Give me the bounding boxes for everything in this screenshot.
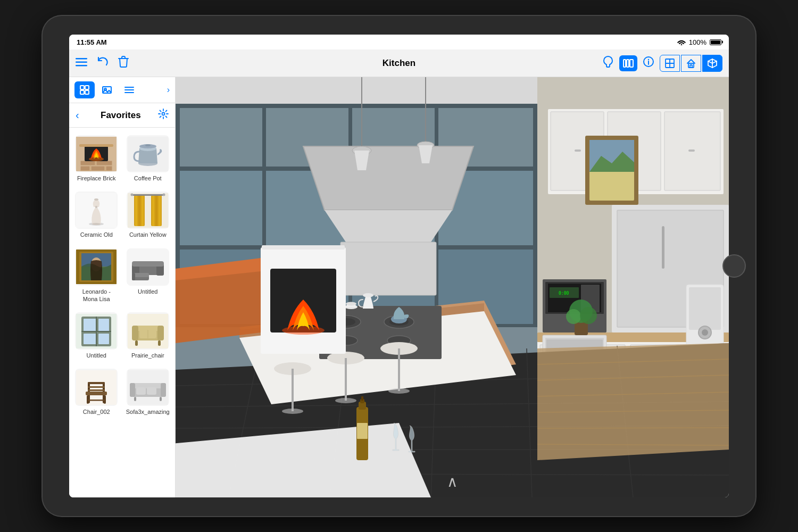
svg-rect-105 xyxy=(161,383,166,397)
svg-point-0 xyxy=(680,44,682,45)
svg-rect-49 xyxy=(128,193,168,228)
sidebar-grid: Fireplace Brick xyxy=(72,132,172,419)
sidebar-settings-button[interactable] xyxy=(158,109,169,122)
svg-point-46 xyxy=(92,223,101,225)
svg-rect-48 xyxy=(95,206,97,208)
svg-line-172 xyxy=(537,428,729,428)
battery-icon xyxy=(710,39,721,45)
sidebar-tab-gallery[interactable] xyxy=(97,81,117,98)
svg-rect-107 xyxy=(147,387,156,395)
delete-button[interactable] xyxy=(118,56,129,70)
sidebar-item-untitled-window[interactable]: Untitled xyxy=(72,309,121,362)
library-button[interactable] xyxy=(619,55,637,71)
info-button[interactable] xyxy=(643,56,654,70)
thumb-untitled-window xyxy=(75,312,118,350)
house-view-button[interactable] xyxy=(681,55,701,72)
svg-point-47 xyxy=(94,198,98,201)
status-time: 11:55 AM xyxy=(77,38,107,46)
kitchen-scene-svg: 0:00 xyxy=(176,77,729,497)
sidebar-header: ‹ Favorites xyxy=(69,103,175,128)
item-label-untitled-window: Untitled xyxy=(87,352,106,359)
svg-rect-52 xyxy=(138,195,140,226)
svg-rect-131 xyxy=(575,149,581,152)
sidebar-title: Favorites xyxy=(84,110,158,121)
svg-rect-100 xyxy=(88,400,105,401)
item-label-chair-002: Chair_002 xyxy=(83,408,110,415)
svg-rect-90 xyxy=(158,340,161,346)
svg-rect-73 xyxy=(132,273,135,280)
svg-point-10 xyxy=(649,60,649,60)
thumb-prairie-chair xyxy=(127,312,169,350)
svg-rect-219 xyxy=(262,245,345,250)
svg-rect-55 xyxy=(152,195,154,226)
toolbar-title: Kitchen xyxy=(383,58,415,69)
svg-rect-212 xyxy=(361,396,363,401)
svg-rect-20 xyxy=(85,86,89,89)
svg-rect-106 xyxy=(136,387,146,395)
item-label-untitled-sofa: Untitled xyxy=(138,288,157,295)
floorplan-view-button[interactable] xyxy=(660,55,680,72)
svg-rect-153 xyxy=(689,287,721,330)
svg-text:∧: ∧ xyxy=(447,473,458,490)
thumb-curtain-yellow xyxy=(127,192,169,229)
thumb-sofa3x xyxy=(127,369,169,406)
sidebar-item-ceramic-old[interactable]: Ceramic Old xyxy=(72,188,121,242)
svg-rect-31 xyxy=(80,161,95,165)
svg-rect-15 xyxy=(690,65,692,68)
svg-rect-76 xyxy=(84,319,96,331)
sidebar-back-button[interactable]: ‹ xyxy=(76,109,79,121)
sidebar-item-sofa3x[interactable]: Sofa3x_amazing xyxy=(124,365,172,419)
svg-rect-133 xyxy=(688,149,695,152)
svg-rect-94 xyxy=(88,382,105,384)
lightbulb-button[interactable] xyxy=(602,55,614,71)
thumb-untitled-sofa xyxy=(127,248,169,286)
svg-point-196 xyxy=(282,409,303,414)
svg-rect-95 xyxy=(88,386,105,388)
sidebar-expand-button[interactable]: › xyxy=(167,85,170,95)
sidebar-tab-grid[interactable] xyxy=(74,81,95,98)
svg-point-43 xyxy=(145,144,151,146)
undo-button[interactable] xyxy=(97,56,109,70)
svg-rect-70 xyxy=(132,261,164,267)
svg-rect-195 xyxy=(292,369,294,411)
sidebar-item-prairie-chair[interactable]: Prairie_chair xyxy=(124,309,172,362)
svg-point-28 xyxy=(162,113,165,115)
menu-button[interactable] xyxy=(76,57,87,69)
svg-point-199 xyxy=(335,398,356,403)
main-content: › ‹ Favorites xyxy=(69,77,729,497)
cube-view-button[interactable] xyxy=(702,55,722,72)
svg-marker-186 xyxy=(325,210,452,242)
svg-point-206 xyxy=(346,302,356,306)
sidebar-item-coffee-pot[interactable]: Coffee Pot xyxy=(124,132,172,185)
svg-point-155 xyxy=(702,329,708,336)
ipad-frame: 11:55 AM 100% xyxy=(43,16,755,516)
sidebar-item-chair-002[interactable]: Chair_002 xyxy=(72,365,121,419)
svg-rect-1 xyxy=(76,58,87,60)
thumb-fireplace-brick xyxy=(75,135,118,172)
battery-pct: 100% xyxy=(689,38,706,46)
svg-rect-77 xyxy=(98,319,109,331)
svg-marker-167 xyxy=(537,343,729,460)
home-button[interactable] xyxy=(722,254,746,278)
svg-rect-53 xyxy=(142,195,144,226)
view-mode-group xyxy=(660,55,722,72)
svg-point-227 xyxy=(580,307,597,324)
item-label-prairie-chair: Prairie_chair xyxy=(131,352,164,359)
svg-rect-57 xyxy=(159,195,161,226)
svg-rect-104 xyxy=(130,383,135,397)
sidebar-items: Fireplace Brick xyxy=(69,128,175,497)
3d-view[interactable]: 0:00 xyxy=(176,77,729,497)
sidebar-tab-list[interactable] xyxy=(119,81,139,98)
svg-rect-85 xyxy=(132,326,138,340)
item-label-sofa3x: Sofa3x_amazing xyxy=(126,408,170,415)
sidebar-item-mona-lisa[interactable]: Leonardo - Mona Lisa xyxy=(72,245,121,306)
sidebar-item-curtain-yellow[interactable]: Curtain Yellow xyxy=(124,188,172,242)
sidebar-item-untitled-sofa[interactable]: Untitled xyxy=(124,245,172,306)
svg-point-202 xyxy=(388,388,410,394)
svg-rect-140 xyxy=(662,226,664,269)
svg-rect-187 xyxy=(340,242,436,295)
sidebar-item-fireplace-brick[interactable]: Fireplace Brick xyxy=(72,132,121,185)
svg-rect-78 xyxy=(84,334,96,344)
item-label-coffee-pot: Coffee Pot xyxy=(134,174,162,182)
svg-rect-89 xyxy=(135,340,138,346)
